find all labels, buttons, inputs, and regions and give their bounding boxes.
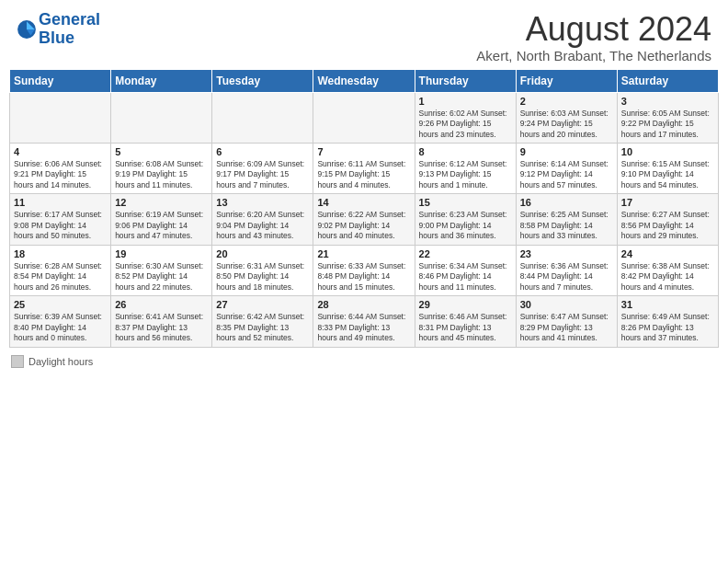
day-info: Sunrise: 6:28 AM Sunset: 8:54 PM Dayligh… [14,261,107,293]
logo-icon [17,19,37,40]
day-number: 1 [419,96,512,107]
day-number: 15 [419,197,512,208]
day-info: Sunrise: 6:23 AM Sunset: 9:00 PM Dayligh… [419,210,512,241]
calendar-cell: 11Sunrise: 6:17 AM Sunset: 9:08 PM Dayli… [10,194,111,245]
calendar-cell: 15Sunrise: 6:23 AM Sunset: 9:00 PM Dayli… [415,194,516,245]
calendar-cell: 6Sunrise: 6:09 AM Sunset: 9:17 PM Daylig… [212,144,313,194]
calendar-cell: 21Sunrise: 6:33 AM Sunset: 8:48 PM Dayli… [313,245,415,295]
day-info: Sunrise: 6:19 AM Sunset: 9:06 PM Dayligh… [115,210,208,241]
day-number: 16 [520,197,613,208]
calendar-cell: 12Sunrise: 6:19 AM Sunset: 9:06 PM Dayli… [111,194,212,245]
calendar-cell: 23Sunrise: 6:36 AM Sunset: 8:44 PM Dayli… [516,245,617,295]
day-number: 9 [520,146,613,157]
calendar-cell: 19Sunrise: 6:30 AM Sunset: 8:52 PM Dayli… [111,245,212,295]
day-number: 20 [216,248,309,259]
calendar-cell [212,92,313,143]
day-info: Sunrise: 6:41 AM Sunset: 8:37 PM Dayligh… [115,312,208,343]
day-info: Sunrise: 6:14 AM Sunset: 9:12 PM Dayligh… [520,159,613,190]
day-info: Sunrise: 6:49 AM Sunset: 8:26 PM Dayligh… [621,312,714,343]
calendar-wrapper: SundayMondayTuesdayWednesdayThursdayFrid… [0,69,728,351]
day-info: Sunrise: 6:33 AM Sunset: 8:48 PM Dayligh… [317,261,410,293]
day-info: Sunrise: 6:36 AM Sunset: 8:44 PM Dayligh… [520,261,613,293]
calendar-cell [111,92,212,143]
day-info: Sunrise: 6:39 AM Sunset: 8:40 PM Dayligh… [14,312,107,343]
day-number: 30 [520,299,613,310]
day-number: 3 [621,96,714,107]
day-info: Sunrise: 6:31 AM Sunset: 8:50 PM Dayligh… [216,261,309,293]
day-number: 31 [621,299,714,310]
calendar-cell: 13Sunrise: 6:20 AM Sunset: 9:04 PM Dayli… [212,194,313,245]
day-number: 5 [115,146,208,157]
day-info: Sunrise: 6:12 AM Sunset: 9:13 PM Dayligh… [419,159,512,190]
calendar-cell: 1Sunrise: 6:02 AM Sunset: 9:26 PM Daylig… [415,92,516,143]
weekday-header-wednesday: Wednesday [313,69,415,92]
day-number: 10 [621,146,714,157]
day-number: 8 [419,146,512,157]
day-info: Sunrise: 6:42 AM Sunset: 8:35 PM Dayligh… [216,312,309,343]
calendar-cell: 3Sunrise: 6:05 AM Sunset: 9:22 PM Daylig… [617,92,718,143]
calendar-cell: 26Sunrise: 6:41 AM Sunset: 8:37 PM Dayli… [111,296,212,347]
calendar-cell: 18Sunrise: 6:28 AM Sunset: 8:54 PM Dayli… [10,245,111,295]
day-info: Sunrise: 6:22 AM Sunset: 9:02 PM Dayligh… [317,210,410,241]
day-number: 14 [317,197,410,208]
day-info: Sunrise: 6:20 AM Sunset: 9:04 PM Dayligh… [216,210,309,241]
calendar-cell: 5Sunrise: 6:08 AM Sunset: 9:19 PM Daylig… [111,144,212,194]
weekday-header-saturday: Saturday [617,69,718,92]
logo-line1: General [39,11,100,29]
day-number: 7 [317,146,410,157]
calendar-cell: 16Sunrise: 6:25 AM Sunset: 8:58 PM Dayli… [516,194,617,245]
day-info: Sunrise: 6:30 AM Sunset: 8:52 PM Dayligh… [115,261,208,293]
day-number: 18 [14,248,107,259]
calendar-cell: 8Sunrise: 6:12 AM Sunset: 9:13 PM Daylig… [415,144,516,194]
legend: Daylight hours [0,351,728,372]
day-number: 26 [115,299,208,310]
weekday-header-monday: Monday [111,69,212,92]
day-info: Sunrise: 6:08 AM Sunset: 9:19 PM Dayligh… [115,159,208,190]
sub-title: Akert, North Brabant, The Netherlands [476,48,711,63]
calendar-cell: 10Sunrise: 6:15 AM Sunset: 9:10 PM Dayli… [617,144,718,194]
day-info: Sunrise: 6:11 AM Sunset: 9:15 PM Dayligh… [317,159,410,190]
calendar-cell: 22Sunrise: 6:34 AM Sunset: 8:46 PM Dayli… [415,245,516,295]
calendar-cell: 30Sunrise: 6:47 AM Sunset: 8:29 PM Dayli… [516,296,617,347]
day-number: 24 [621,248,714,259]
calendar-cell: 31Sunrise: 6:49 AM Sunset: 8:26 PM Dayli… [617,296,718,347]
day-number: 17 [621,197,714,208]
calendar-cell: 2Sunrise: 6:03 AM Sunset: 9:24 PM Daylig… [516,92,617,143]
weekday-header-tuesday: Tuesday [212,69,313,92]
calendar-cell [10,92,111,143]
calendar-week-row: 11Sunrise: 6:17 AM Sunset: 9:08 PM Dayli… [10,194,719,245]
weekday-header-sunday: Sunday [10,69,111,92]
day-info: Sunrise: 6:09 AM Sunset: 9:17 PM Dayligh… [216,159,309,190]
calendar-cell: 29Sunrise: 6:46 AM Sunset: 8:31 PM Dayli… [415,296,516,347]
day-info: Sunrise: 6:38 AM Sunset: 8:42 PM Dayligh… [621,261,714,293]
calendar-cell: 17Sunrise: 6:27 AM Sunset: 8:56 PM Dayli… [617,194,718,245]
day-info: Sunrise: 6:15 AM Sunset: 9:10 PM Dayligh… [621,159,714,190]
day-number: 12 [115,197,208,208]
calendar-week-row: 1Sunrise: 6:02 AM Sunset: 9:26 PM Daylig… [10,92,719,143]
calendar-cell: 25Sunrise: 6:39 AM Sunset: 8:40 PM Dayli… [10,296,111,347]
calendar-cell: 9Sunrise: 6:14 AM Sunset: 9:12 PM Daylig… [516,144,617,194]
weekday-header-row: SundayMondayTuesdayWednesdayThursdayFrid… [10,69,719,92]
day-number: 11 [14,197,107,208]
logo-line2: Blue [39,29,100,48]
day-number: 22 [419,248,512,259]
header: General Blue August 2024 Akert, North Br… [0,0,728,69]
page: General Blue August 2024 Akert, North Br… [0,0,728,563]
day-number: 19 [115,248,208,259]
day-number: 27 [216,299,309,310]
calendar-cell [313,92,415,143]
day-number: 21 [317,248,410,259]
calendar-cell: 27Sunrise: 6:42 AM Sunset: 8:35 PM Dayli… [212,296,313,347]
day-info: Sunrise: 6:03 AM Sunset: 9:24 PM Dayligh… [520,109,613,140]
main-title: August 2024 [476,11,711,48]
day-number: 6 [216,146,309,157]
day-info: Sunrise: 6:17 AM Sunset: 9:08 PM Dayligh… [14,210,107,241]
day-info: Sunrise: 6:05 AM Sunset: 9:22 PM Dayligh… [621,109,714,140]
day-info: Sunrise: 6:06 AM Sunset: 9:21 PM Dayligh… [14,159,107,190]
day-info: Sunrise: 6:44 AM Sunset: 8:33 PM Dayligh… [317,312,410,343]
calendar-cell: 20Sunrise: 6:31 AM Sunset: 8:50 PM Dayli… [212,245,313,295]
day-number: 29 [419,299,512,310]
day-info: Sunrise: 6:02 AM Sunset: 9:26 PM Dayligh… [419,109,512,140]
day-number: 13 [216,197,309,208]
calendar-cell: 7Sunrise: 6:11 AM Sunset: 9:15 PM Daylig… [313,144,415,194]
